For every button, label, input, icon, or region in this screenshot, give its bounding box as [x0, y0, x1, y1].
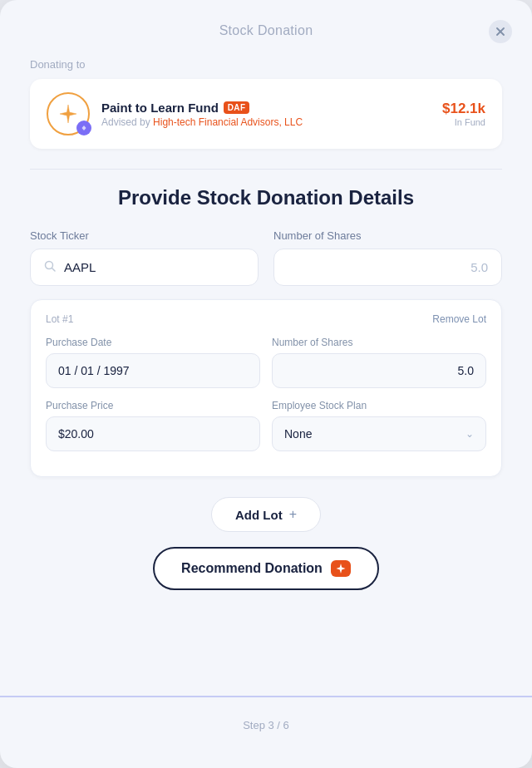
purchase-date-input[interactable]: 01 / 01 / 1997 — [46, 353, 260, 388]
donating-to-section: Donating to Pa — [0, 52, 532, 159]
stock-ticker-group: Stock Ticker AAPL — [30, 229, 259, 286]
purchase-price-input[interactable]: $20.00 — [46, 416, 260, 451]
chevron-down-icon: ⌄ — [466, 428, 474, 440]
add-lot-button[interactable]: Add Lot + — [211, 497, 321, 532]
donating-to-label: Donating to — [30, 58, 502, 71]
modal-header: Stock Donation — [0, 0, 532, 52]
spark-icon — [57, 102, 80, 126]
gem-icon — [80, 124, 88, 132]
add-lot-label: Add Lot — [235, 508, 283, 522]
stock-plan-field: Employee Stock Plan None ⌄ — [272, 400, 486, 451]
lot-shares-label: Number of Shares — [272, 337, 486, 348]
svg-line-4 — [52, 268, 56, 272]
lot-card-header: Lot #1 Remove Lot — [46, 313, 486, 325]
shares-top-value: 5.0 — [470, 260, 488, 274]
lot-shares-input[interactable]: 5.0 — [272, 353, 486, 388]
lot-price-plan-row: Purchase Price $20.00 Employee Stock Pla… — [46, 400, 486, 451]
fund-badge — [76, 121, 91, 135]
fund-tag: DAF — [224, 101, 249, 114]
top-fields-row: Stock Ticker AAPL Number of Shares 5.0 — [30, 229, 502, 286]
recommend-label: Recommend Donation — [181, 561, 323, 576]
step-section: Step 3 / 6 — [0, 696, 532, 735]
lot-date-shares-row: Purchase Date 01 / 01 / 1997 Number of S… — [46, 337, 486, 388]
fund-info: Paint to Learn Fund DAF Advised by High-… — [101, 101, 303, 128]
search-icon — [44, 260, 56, 274]
remove-lot-button[interactable]: Remove Lot — [432, 313, 486, 325]
stock-ticker-input[interactable]: AAPL — [30, 249, 259, 286]
purchase-date-field: Purchase Date 01 / 01 / 1997 — [46, 337, 260, 388]
lot-card: Lot #1 Remove Lot Purchase Date 01 / 01 … — [30, 299, 502, 477]
fund-advisor-link[interactable]: High-tech Financial Advisors, LLC — [153, 116, 303, 128]
form-section: Provide Stock Donation Details Stock Tic… — [0, 180, 532, 490]
purchase-price-label: Purchase Price — [46, 400, 260, 411]
fund-amount: $12.1k In Fund — [442, 101, 485, 127]
fund-icon — [47, 92, 90, 135]
fund-card-left: Paint to Learn Fund DAF Advised by High-… — [47, 92, 303, 135]
step-text: Step 3 / 6 — [0, 711, 532, 735]
add-lot-section: Add Lot + — [0, 497, 532, 532]
plus-icon: + — [289, 507, 297, 522]
shares-top-input[interactable]: 5.0 — [273, 249, 502, 286]
form-title: Provide Stock Donation Details — [30, 186, 502, 209]
recommend-donation-button[interactable]: Recommend Donation — [153, 547, 379, 590]
purchase-date-label: Purchase Date — [46, 337, 260, 348]
shares-top-label: Number of Shares — [273, 229, 502, 242]
fund-card: Paint to Learn Fund DAF Advised by High-… — [30, 79, 502, 149]
close-button[interactable] — [489, 20, 512, 43]
fund-advisor: Advised by High-tech Financial Advisors,… — [101, 116, 303, 128]
stock-plan-select[interactable]: None ⌄ — [272, 416, 486, 451]
purchase-price-field: Purchase Price $20.00 — [46, 400, 260, 451]
lot-shares-field: Number of Shares 5.0 — [272, 337, 486, 388]
shares-top-group: Number of Shares 5.0 — [273, 229, 502, 286]
fund-name: Paint to Learn Fund — [101, 101, 219, 115]
stock-ticker-value: AAPL — [64, 260, 96, 274]
lot-number: Lot #1 — [46, 313, 73, 325]
recommend-icon — [331, 560, 351, 577]
fund-amount-label: In Fund — [442, 117, 485, 127]
divider — [30, 169, 502, 170]
stock-ticker-label: Stock Ticker — [30, 229, 259, 242]
modal-title: Stock Donation — [219, 23, 313, 37]
recommend-section: Recommend Donation — [0, 547, 532, 590]
fund-amount-value: $12.1k — [442, 101, 485, 117]
modal: Stock Donation Donating to — [0, 0, 532, 768]
stock-plan-label: Employee Stock Plan — [272, 400, 486, 411]
stock-plan-value: None — [284, 427, 312, 441]
fund-name-row: Paint to Learn Fund DAF — [101, 101, 303, 115]
